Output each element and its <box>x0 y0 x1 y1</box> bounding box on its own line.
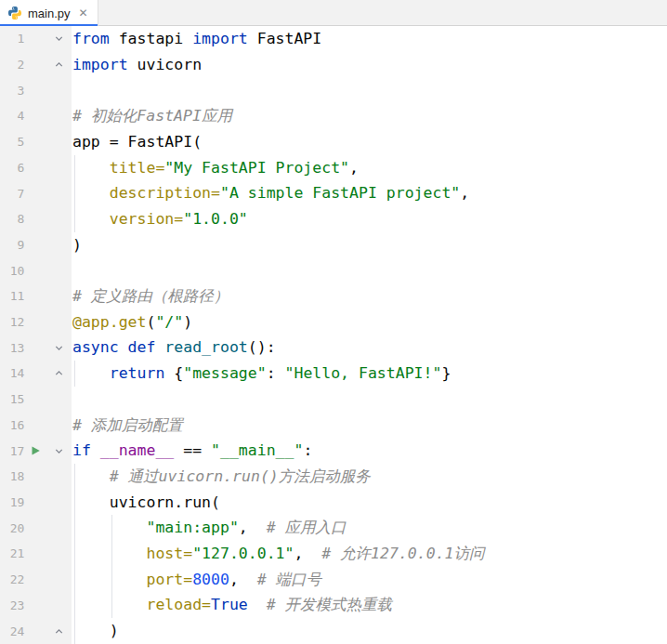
code-line[interactable]: 21 host="127.0.0.1", # 允许127.0.0.1访问 <box>0 541 667 567</box>
code-text[interactable]: uvicorn.run( <box>72 490 667 516</box>
line-number[interactable]: 7 <box>0 187 24 201</box>
line-number[interactable]: 24 <box>0 624 24 638</box>
line-number[interactable]: 22 <box>0 572 24 586</box>
line-number[interactable]: 6 <box>0 161 24 175</box>
code-text[interactable]: @app.get("/") <box>72 309 667 335</box>
gutter[interactable]: 15 <box>0 387 72 413</box>
code-text[interactable]: return {"message": "Hello, FastAPI!"} <box>72 361 667 387</box>
line-number[interactable]: 21 <box>0 546 24 560</box>
fold-end-icon[interactable] <box>46 626 72 637</box>
line-number[interactable]: 14 <box>0 366 24 380</box>
code-line[interactable]: 24 ) <box>0 618 667 644</box>
code-line[interactable]: 11# 定义路由（根路径） <box>0 283 667 309</box>
code-line[interactable]: 15 <box>0 387 667 413</box>
gutter[interactable]: 24 <box>0 618 72 644</box>
code-line[interactable]: 12@app.get("/") <box>0 309 667 335</box>
code-line[interactable]: 17if __name__ == "__main__": <box>0 438 667 464</box>
gutter[interactable]: 23 <box>0 592 72 618</box>
line-number[interactable]: 12 <box>0 315 24 329</box>
tab-main-py[interactable]: main.py ✕ <box>0 0 98 26</box>
line-number[interactable]: 4 <box>0 109 24 123</box>
gutter[interactable]: 10 <box>0 257 72 283</box>
code-text[interactable]: title="My FastAPI Project", <box>72 155 667 181</box>
code-line[interactable]: 3 <box>0 77 667 103</box>
gutter[interactable]: 6 <box>0 155 72 181</box>
gutter[interactable]: 16 <box>0 413 72 439</box>
code-text[interactable]: from fastapi import FastAPI <box>72 26 667 52</box>
line-number[interactable]: 3 <box>0 84 24 98</box>
line-number[interactable]: 23 <box>0 598 24 612</box>
code-line[interactable]: 7 description="A simple FastAPI project"… <box>0 180 667 206</box>
code-text[interactable]: # 通过uvicorn.run()方法启动服务 <box>72 464 667 490</box>
code-line[interactable]: 2import uvicorn <box>0 52 667 78</box>
gutter[interactable]: 7 <box>0 180 72 206</box>
line-number[interactable]: 5 <box>0 135 24 149</box>
fold-end-icon[interactable] <box>46 59 72 70</box>
code-text[interactable]: description="A simple FastAPI project", <box>72 180 667 206</box>
tab-close-icon[interactable]: ✕ <box>79 7 88 19</box>
fold-end-icon[interactable] <box>46 368 72 378</box>
line-number[interactable]: 2 <box>0 58 24 72</box>
code-line[interactable]: 19 uvicorn.run( <box>0 490 667 516</box>
code-text[interactable]: reload=True # 开发模式热重载 <box>72 592 667 618</box>
code-line[interactable]: 5app = FastAPI( <box>0 129 667 155</box>
code-text[interactable]: version="1.0.0" <box>72 206 667 232</box>
fold-start-icon[interactable] <box>46 446 72 456</box>
line-number[interactable]: 16 <box>0 418 24 432</box>
fold-start-icon[interactable] <box>46 343 72 353</box>
code-text[interactable]: import uvicorn <box>72 52 667 78</box>
line-number[interactable]: 11 <box>0 289 24 303</box>
code-text[interactable]: host="127.0.0.1", # 允许127.0.0.1访问 <box>72 541 667 567</box>
code-text[interactable] <box>72 387 667 413</box>
code-text[interactable]: # 初始化FastAPI应用 <box>72 103 667 129</box>
code-line[interactable]: 9) <box>0 232 667 258</box>
code-line[interactable]: 18 # 通过uvicorn.run()方法启动服务 <box>0 464 667 490</box>
code-line[interactable]: 22 port=8000, # 端口号 <box>0 567 667 593</box>
code-text[interactable]: ) <box>72 618 667 644</box>
line-number[interactable]: 17 <box>0 444 24 458</box>
run-icon[interactable] <box>24 445 46 456</box>
gutter[interactable]: 2 <box>0 52 72 78</box>
gutter[interactable]: 21 <box>0 541 72 567</box>
code-text[interactable]: "main:app", # 应用入口 <box>72 515 667 541</box>
gutter[interactable]: 9 <box>0 232 72 258</box>
gutter[interactable]: 1 <box>0 26 72 52</box>
code-text[interactable]: # 定义路由（根路径） <box>72 283 667 309</box>
gutter[interactable]: 20 <box>0 515 72 541</box>
code-line[interactable]: 1from fastapi import FastAPI <box>0 26 667 52</box>
gutter[interactable]: 8 <box>0 206 72 232</box>
line-number[interactable]: 20 <box>0 521 24 535</box>
code-text[interactable]: async def read_root(): <box>72 335 667 361</box>
gutter[interactable]: 3 <box>0 77 72 103</box>
code-line[interactable]: 4# 初始化FastAPI应用 <box>0 103 667 129</box>
code-text[interactable] <box>72 257 667 283</box>
gutter[interactable]: 4 <box>0 103 72 129</box>
code-line[interactable]: 8 version="1.0.0" <box>0 206 667 232</box>
gutter[interactable]: 22 <box>0 567 72 593</box>
gutter[interactable]: 13 <box>0 335 72 361</box>
line-number[interactable]: 15 <box>0 392 24 406</box>
line-number[interactable]: 1 <box>0 32 24 46</box>
gutter[interactable]: 12 <box>0 309 72 335</box>
code-text[interactable]: # 添加启动配置 <box>72 413 667 439</box>
code-text[interactable] <box>72 77 667 103</box>
gutter[interactable]: 5 <box>0 129 72 155</box>
gutter[interactable]: 11 <box>0 283 72 309</box>
gutter[interactable]: 14 <box>0 361 72 387</box>
line-number[interactable]: 10 <box>0 264 24 278</box>
code-text[interactable]: app = FastAPI( <box>72 129 667 155</box>
code-line[interactable]: 16# 添加启动配置 <box>0 413 667 439</box>
line-number[interactable]: 8 <box>0 212 24 226</box>
gutter[interactable]: 17 <box>0 438 72 464</box>
code-line[interactable]: 6 title="My FastAPI Project", <box>0 155 667 181</box>
code-text[interactable]: port=8000, # 端口号 <box>72 567 667 593</box>
code-line[interactable]: 10 <box>0 257 667 283</box>
code-text[interactable]: if __name__ == "__main__": <box>72 438 667 464</box>
code-line[interactable]: 23 reload=True # 开发模式热重载 <box>0 592 667 618</box>
code-line[interactable]: 13async def read_root(): <box>0 335 667 361</box>
line-number[interactable]: 18 <box>0 469 24 483</box>
code-text[interactable]: ) <box>72 232 667 258</box>
line-number[interactable]: 19 <box>0 495 24 509</box>
gutter[interactable]: 19 <box>0 490 72 516</box>
line-number[interactable]: 13 <box>0 341 24 355</box>
